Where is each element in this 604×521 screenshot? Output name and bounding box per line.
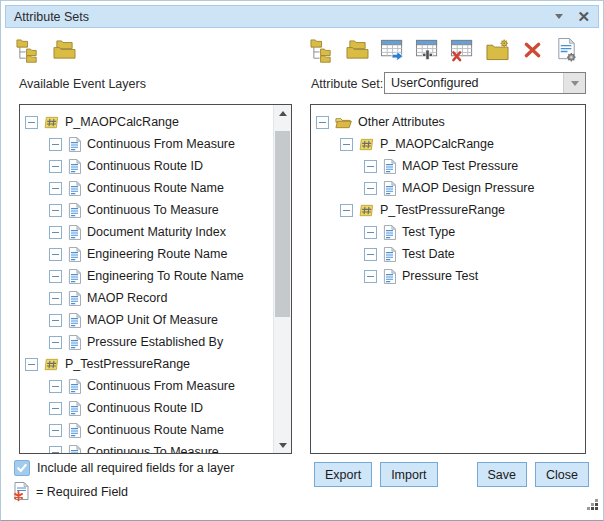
- import-button[interactable]: Import: [380, 462, 437, 487]
- tree-item[interactable]: MAOP Record: [20, 287, 291, 309]
- folder-pair-button[interactable]: [51, 37, 77, 63]
- export-button[interactable]: Export: [314, 462, 372, 487]
- folder-pair-icon: [52, 39, 77, 61]
- collapse-toggle-icon[interactable]: [25, 116, 38, 129]
- collapse-toggle-icon[interactable]: [49, 424, 62, 437]
- red-x-button[interactable]: [519, 37, 545, 63]
- event-layer-icon: [44, 357, 59, 372]
- tree-item-label: P_TestPressureRange: [380, 203, 505, 217]
- tree-item-label: P_TestPressureRange: [65, 357, 190, 371]
- collapse-toggle-icon[interactable]: [364, 248, 377, 261]
- tree-item[interactable]: Pressure Test: [311, 265, 585, 287]
- tree-item-label: Other Attributes: [358, 115, 445, 129]
- attribute-set-value: UserConfigured: [385, 73, 563, 93]
- tree-item[interactable]: Continuous From Measure: [20, 375, 291, 397]
- folder-gear-button[interactable]: [484, 37, 510, 63]
- scroll-down-button[interactable]: [274, 437, 291, 453]
- include-required-fields-checkbox[interactable]: [14, 460, 30, 476]
- toolbar-right: [309, 37, 580, 63]
- tree-item-label: Continuous Route ID: [87, 159, 203, 173]
- collapse-toggle-icon[interactable]: [49, 292, 62, 305]
- collapse-toggle-icon[interactable]: [49, 160, 62, 173]
- close-icon[interactable]: ✕: [577, 9, 590, 24]
- export-import-group: Export Import: [314, 462, 438, 487]
- tree-item[interactable]: Test Type: [311, 221, 585, 243]
- title-bar[interactable]: Attribute Sets ✕: [5, 5, 599, 28]
- collapse-toggle-icon[interactable]: [25, 358, 38, 371]
- tree-item[interactable]: Document Maturity Index: [20, 221, 291, 243]
- table-delete-button[interactable]: [449, 37, 475, 63]
- table-export-icon: [380, 38, 405, 62]
- collapse-toggle-icon[interactable]: [49, 270, 62, 283]
- tree-item[interactable]: P_TestPressureRange: [20, 353, 291, 375]
- tree-item[interactable]: P_MAOPCalcRange: [20, 111, 291, 133]
- tree-item[interactable]: Pressure Established By: [20, 331, 291, 353]
- collapse-toggle-icon[interactable]: [316, 116, 329, 129]
- tree-item-label: Continuous Route ID: [87, 401, 203, 415]
- close-button[interactable]: Close: [535, 462, 589, 487]
- resize-grip-icon[interactable]: [587, 497, 599, 515]
- tree-item[interactable]: Continuous To Measure: [20, 441, 291, 454]
- required-field-icon: [13, 482, 30, 502]
- collapse-toggle-icon[interactable]: [49, 446, 62, 455]
- field-icon: [68, 269, 81, 284]
- collapse-toggle-icon[interactable]: [49, 314, 62, 327]
- collapse-icon[interactable]: [555, 14, 563, 19]
- collapse-toggle-icon[interactable]: [364, 270, 377, 283]
- tree-item[interactable]: Continuous Route ID: [20, 397, 291, 419]
- collapse-toggle-icon[interactable]: [49, 248, 62, 261]
- collapse-toggle-icon[interactable]: [49, 204, 62, 217]
- tree-item[interactable]: Continuous Route Name: [20, 419, 291, 441]
- tree-item[interactable]: MAOP Test Pressure: [311, 155, 585, 177]
- collapse-toggle-icon[interactable]: [364, 160, 377, 173]
- tree-item[interactable]: P_MAOPCalcRange: [311, 133, 585, 155]
- tree-item[interactable]: Engineering To Route Name: [20, 265, 291, 287]
- toolbar-left: [15, 37, 77, 63]
- tree-item-label: Pressure Test: [402, 269, 478, 283]
- collapse-toggle-icon[interactable]: [49, 336, 62, 349]
- tree-item[interactable]: Test Date: [311, 243, 585, 265]
- field-icon: [68, 335, 81, 350]
- folder-pair-button[interactable]: [344, 37, 370, 63]
- collapse-toggle-icon[interactable]: [49, 226, 62, 239]
- collapse-toggle-icon[interactable]: [49, 402, 62, 415]
- tree-item[interactable]: P_TestPressureRange: [311, 199, 585, 221]
- collapse-toggle-icon[interactable]: [49, 380, 62, 393]
- table-export-button[interactable]: [379, 37, 405, 63]
- field-icon: [68, 379, 81, 394]
- tree-item[interactable]: MAOP Unit Of Measure: [20, 309, 291, 331]
- tree-item[interactable]: Other Attributes: [311, 111, 585, 133]
- collapse-toggle-icon[interactable]: [49, 182, 62, 195]
- attribute-set-dropdown[interactable]: UserConfigured: [384, 72, 586, 94]
- scrollbar[interactable]: [273, 105, 291, 453]
- attribute-sets-dialog: Attribute Sets ✕ Available Event Layers …: [0, 0, 604, 521]
- tree-item[interactable]: MAOP Design Pressure: [311, 177, 585, 199]
- tree-item[interactable]: Continuous Route ID: [20, 155, 291, 177]
- tree-item[interactable]: Continuous From Measure: [20, 133, 291, 155]
- field-icon: [68, 423, 81, 438]
- collapse-toggle-icon[interactable]: [49, 138, 62, 151]
- scrollbar-thumb[interactable]: [275, 131, 290, 317]
- tree-folders-button[interactable]: [15, 37, 41, 63]
- document-gear-button[interactable]: [554, 37, 580, 63]
- collapse-toggle-icon[interactable]: [364, 226, 377, 239]
- tree-item[interactable]: Continuous Route Name: [20, 177, 291, 199]
- collapse-toggle-icon[interactable]: [340, 204, 353, 217]
- field-icon: [68, 159, 81, 174]
- tree-folders-button[interactable]: [309, 37, 335, 63]
- include-required-fields-row[interactable]: Include all required fields for a layer: [14, 460, 234, 476]
- tree-item[interactable]: Continuous To Measure: [20, 199, 291, 221]
- tree-item[interactable]: Engineering Route Name: [20, 243, 291, 265]
- table-add-button[interactable]: [414, 37, 440, 63]
- save-button[interactable]: Save: [477, 462, 528, 487]
- tree-folders-icon: [16, 38, 41, 63]
- chevron-down-icon: [571, 81, 579, 86]
- attribute-set-label: Attribute Set:: [311, 77, 383, 91]
- collapse-toggle-icon[interactable]: [340, 138, 353, 151]
- scroll-up-button[interactable]: [274, 105, 291, 121]
- field-icon: [68, 247, 81, 262]
- include-required-fields-label: Include all required fields for a layer: [37, 461, 234, 475]
- attribute-set-tree: Other AttributesP_MAOPCalcRangeMAOP Test…: [311, 105, 585, 287]
- dropdown-button[interactable]: [563, 73, 585, 93]
- collapse-toggle-icon[interactable]: [364, 182, 377, 195]
